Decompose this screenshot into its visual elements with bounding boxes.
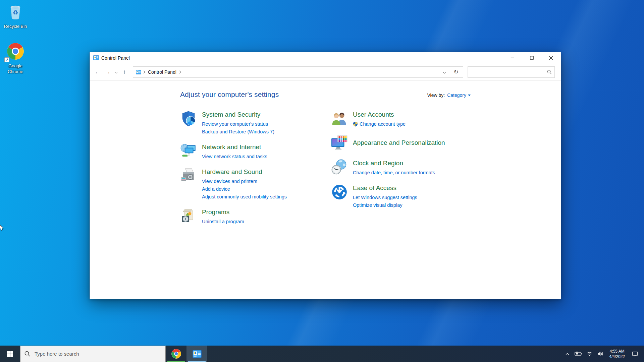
recent-pages-dropdown[interactable]: [113, 69, 119, 75]
ease-of-access-title[interactable]: Ease of Access: [353, 184, 396, 192]
breadcrumb-chevron-icon: [143, 70, 145, 74]
category-appearance-personalization: Appearance and Personalization: [331, 135, 471, 152]
ease-of-access-icon[interactable]: [331, 184, 348, 200]
link-view-devices-printers[interactable]: View devices and printers: [202, 178, 287, 185]
taskbar-control-panel-button[interactable]: [186, 346, 207, 362]
chevron-up-icon: [565, 352, 570, 355]
control-panel-window: Control Panel ← → ↑: [90, 52, 561, 299]
back-button[interactable]: ←: [93, 69, 102, 75]
forward-button[interactable]: →: [103, 69, 112, 75]
link-add-a-device[interactable]: Add a device: [202, 185, 287, 193]
tray-volume-icon[interactable]: [596, 346, 605, 362]
user-accounts-icon[interactable]: [331, 110, 348, 127]
action-center-button[interactable]: [629, 346, 641, 362]
category-system-and-security: System and Security Review your computer…: [180, 110, 331, 136]
tray-network-icon[interactable]: [585, 346, 594, 362]
tray-show-hidden-icons-button[interactable]: [563, 346, 572, 362]
up-button[interactable]: ↑: [120, 69, 129, 75]
close-button[interactable]: [541, 52, 561, 63]
category-hardware-and-sound: Hardware and Sound View devices and prin…: [180, 168, 331, 201]
recycle-bin-label: Recycle Bin: [1, 23, 30, 29]
action-center-icon: [632, 351, 638, 357]
system-and-security-icon[interactable]: [180, 110, 197, 127]
control-panel-search-box[interactable]: [468, 66, 555, 78]
navigation-bar: ← → ↑ Control Panel: [90, 63, 561, 81]
link-backup-and-restore[interactable]: Backup and Restore (Windows 7): [202, 128, 274, 136]
address-bar[interactable]: Control Panel: [133, 66, 449, 78]
network-and-internet-title[interactable]: Network and Internet: [202, 143, 261, 151]
maximize-icon: [530, 56, 534, 60]
link-change-date-time-formats[interactable]: Change date, time, or number formats: [353, 169, 435, 177]
mouse-cursor: [0, 224, 4, 231]
window-title: Control Panel: [101, 55, 130, 61]
system-tray: 4:55 AM 4/4/2022: [563, 346, 644, 362]
categories-left-column: System and Security Review your computer…: [180, 110, 331, 233]
taskbar: 4:55 AM 4/4/2022: [0, 346, 644, 362]
wifi-icon: [586, 351, 593, 356]
control-panel-search-input[interactable]: [471, 69, 547, 74]
breadcrumb-chevron-icon[interactable]: [179, 70, 181, 74]
control-panel-icon: [193, 350, 202, 358]
taskbar-search-input[interactable]: [35, 351, 161, 357]
caret-down-icon: [468, 95, 471, 96]
view-by-label: View by:: [427, 93, 445, 98]
link-view-network-status[interactable]: View network status and tasks: [202, 153, 267, 161]
chevron-down-icon: [115, 72, 118, 74]
user-accounts-title[interactable]: User Accounts: [353, 111, 394, 119]
system-and-security-title[interactable]: System and Security: [202, 111, 260, 119]
link-uninstall-a-program[interactable]: Uninstall a program: [202, 218, 244, 226]
address-dropdown-button[interactable]: [443, 69, 446, 75]
chrome-icon: [171, 349, 181, 359]
category-user-accounts: User Accounts Change account type: [331, 110, 471, 128]
desktop-icon-google-chrome[interactable]: ↗ Google Chrome: [1, 42, 30, 74]
search-icon[interactable]: [547, 70, 552, 74]
breadcrumb-root[interactable]: Control Panel: [147, 69, 177, 75]
refresh-button[interactable]: ↻: [449, 66, 463, 78]
minimize-icon: [511, 56, 514, 60]
hardware-and-sound-icon[interactable]: [180, 168, 197, 184]
windows-logo-icon: [7, 351, 13, 357]
page-title: Adjust your computer's settings: [180, 90, 279, 99]
programs-icon[interactable]: [180, 208, 197, 225]
category-network-and-internet: Network and Internet View network status…: [180, 143, 331, 161]
link-review-computer-status[interactable]: Review your computer's status: [202, 120, 274, 128]
clock-and-region-title[interactable]: Clock and Region: [353, 159, 403, 167]
desktop-icon-recycle-bin[interactable]: ♻ Recycle Bin: [1, 3, 30, 29]
desktop: ♻ Recycle Bin ↗ Google Chrome: [0, 0, 644, 362]
search-icon: [24, 351, 30, 357]
link-let-windows-suggest[interactable]: Let Windows suggest settings: [353, 194, 417, 201]
minimize-button[interactable]: [502, 52, 522, 63]
control-panel-content: Adjust your computer's settings View by:…: [90, 81, 561, 299]
taskbar-clock[interactable]: 4:55 AM 4/4/2022: [607, 349, 627, 359]
link-optimize-visual-display[interactable]: Optimize visual display: [353, 201, 417, 209]
appearance-personalization-title[interactable]: Appearance and Personalization: [353, 139, 445, 147]
tray-battery-icon[interactable]: [574, 346, 583, 362]
recycle-bin-icon: ♻: [8, 3, 23, 21]
start-button[interactable]: [0, 346, 20, 362]
clock-time: 4:55 AM: [609, 349, 625, 354]
network-and-internet-icon[interactable]: [180, 143, 197, 160]
hardware-and-sound-title[interactable]: Hardware and Sound: [202, 168, 262, 176]
close-icon: [549, 56, 553, 60]
titlebar[interactable]: Control Panel: [90, 52, 561, 63]
clock-date: 4/4/2022: [609, 354, 625, 359]
view-by-dropdown[interactable]: Category: [447, 93, 471, 98]
link-adjust-mobility-settings[interactable]: Adjust commonly used mobility settings: [202, 193, 287, 201]
taskbar-search-box[interactable]: [20, 346, 166, 362]
speaker-icon: [597, 351, 604, 356]
shortcut-arrow-icon: ↗: [4, 57, 9, 62]
taskbar-chrome-button[interactable]: [166, 346, 186, 362]
category-ease-of-access: Ease of Access Let Windows suggest setti…: [331, 184, 471, 209]
link-change-account-type[interactable]: Change account type: [353, 120, 406, 128]
maximize-button[interactable]: [522, 52, 541, 63]
uac-shield-icon: [353, 122, 358, 127]
svg-text:♻: ♻: [13, 9, 18, 16]
category-programs: Programs Uninstall a program: [180, 208, 331, 226]
battery-charging-icon: [575, 351, 582, 356]
appearance-personalization-icon[interactable]: [331, 135, 348, 152]
control-panel-window-icon: [93, 55, 99, 60]
chevron-down-icon: [443, 72, 446, 74]
programs-title[interactable]: Programs: [202, 208, 229, 216]
categories-right-column: User Accounts Change account type: [331, 110, 471, 233]
clock-and-region-icon[interactable]: [331, 159, 348, 176]
